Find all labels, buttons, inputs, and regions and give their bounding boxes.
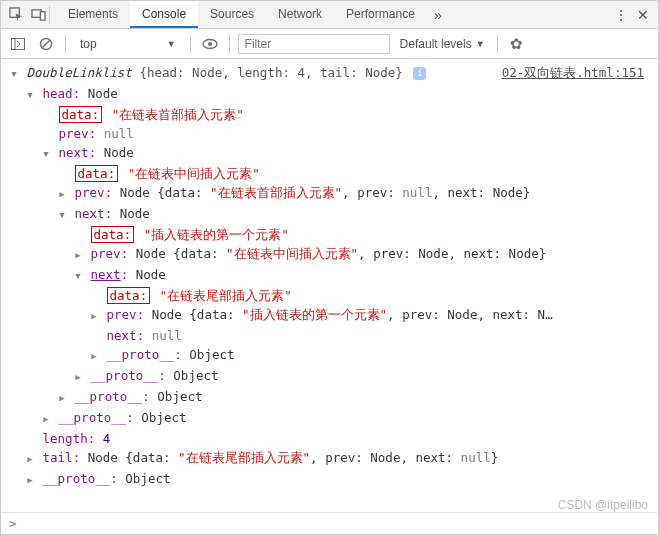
clear-console-icon[interactable] [35,34,57,54]
prop-value: Object [157,389,202,404]
separator [229,35,230,53]
prop-value: null [104,126,134,141]
prop-key-data: data: [59,106,103,123]
context-selector[interactable]: top ▼ [74,35,182,53]
prop-key: __proto__ [59,410,127,425]
tab-elements[interactable]: Elements [56,1,130,28]
settings-icon[interactable]: ✿ [506,34,528,54]
chevron-down-icon: ▼ [476,39,485,49]
prop-value: Object [189,347,234,362]
live-expression-icon[interactable] [199,34,221,54]
prop-key: head [43,86,73,101]
prop-key: next [75,206,105,221]
tabs-overflow-icon[interactable]: » [427,4,449,26]
prop-value: null [152,328,182,343]
svg-point-8 [208,42,212,46]
expand-toggle[interactable] [57,183,67,204]
devtools-tabbar: Elements Console Sources Network Perform… [1,1,658,29]
more-icon[interactable]: ⋮ [610,4,632,26]
expand-toggle[interactable] [57,387,67,408]
info-badge-icon[interactable]: i [413,67,426,80]
console-output: 02-双向链表.html:151 DoubleLinklist {head: N… [1,59,658,512]
expand-toggle[interactable] [25,469,35,490]
prop-value: Node [88,86,118,101]
prop-key: __proto__ [91,368,159,383]
separator [497,35,498,53]
prop-key: length [43,431,88,446]
expand-toggle[interactable] [25,448,35,469]
prop-value: Object [141,410,186,425]
prop-key: __proto__ [107,347,175,362]
expand-toggle[interactable] [89,345,99,366]
separator [190,35,191,53]
prop-value: Node [120,206,150,221]
expand-toggle[interactable] [57,204,67,225]
tabs: Elements Console Sources Network Perform… [56,1,427,28]
svg-line-6 [42,40,50,48]
chevron-down-icon: ▼ [167,39,176,49]
svg-rect-2 [40,12,45,20]
context-label: top [80,37,97,51]
log-levels-selector[interactable]: Default levels ▼ [396,37,489,51]
prop-key: __proto__ [75,389,143,404]
prompt-caret-icon: > [9,517,16,531]
prop-value: Object [125,471,170,486]
prop-value: Node {data: "在链表中间插入元素", prev: Node, nex… [136,246,547,261]
separator [65,35,66,53]
levels-label: Default levels [400,37,472,51]
prop-key: next [59,145,89,160]
filter-input[interactable] [238,34,390,54]
expand-toggle[interactable] [73,244,83,265]
class-name: DoubleLinklist [27,65,132,80]
prop-key: prev [59,126,89,141]
expand-toggle[interactable] [73,366,83,387]
prop-value: "在链表尾部插入元素" [160,288,292,303]
prop-key: prev [75,185,105,200]
prop-value: "在链表首部插入元素" [112,107,244,122]
expand-toggle[interactable] [89,305,99,326]
prop-key-data: data: [107,287,151,304]
tab-performance[interactable]: Performance [334,1,427,28]
prop-key: next [91,267,121,282]
prop-key: prev [107,307,137,322]
expand-toggle[interactable] [25,84,35,105]
tab-console[interactable]: Console [130,1,198,28]
source-link[interactable]: 02-双向链表.html:151 [502,63,644,82]
inspect-icon[interactable] [5,4,27,26]
prop-key: __proto__ [43,471,111,486]
expand-toggle[interactable] [9,63,19,84]
svg-rect-3 [12,38,25,49]
prop-value: Object [173,368,218,383]
tab-network[interactable]: Network [266,1,334,28]
prop-key: next [107,328,137,343]
object-summary: {head: Node, length: 4, tail: Node} [139,65,402,80]
prop-value: Node [136,267,166,282]
prop-key-data: data: [75,165,119,182]
prop-value: "在链表中间插入元素" [128,166,260,181]
expand-toggle[interactable] [41,408,51,429]
close-icon[interactable]: ✕ [632,4,654,26]
device-toggle-icon[interactable] [27,4,49,26]
prop-key-data: data: [91,226,135,243]
expand-toggle[interactable] [41,143,51,164]
prop-value: Node {data: "插入链表的第一个元素", prev: Node, ne… [152,307,553,322]
tab-sources[interactable]: Sources [198,1,266,28]
expand-toggle[interactable] [73,265,83,286]
prop-value: Node [104,145,134,160]
console-toolbar: top ▼ Default levels ▼ ✿ [1,29,658,59]
prop-value: 4 [103,431,111,446]
console-prompt[interactable]: > [1,512,658,534]
prop-value: Node {data: "在链表首部插入元素", prev: null, nex… [120,185,531,200]
prop-value: Node {data: "在链表尾部插入元素", prev: Node, nex… [88,450,499,465]
prop-value: "插入链表的第一个元素" [144,227,289,242]
prop-key: tail [43,450,73,465]
console-sidebar-toggle-icon[interactable] [7,34,29,54]
prop-key: prev [91,246,121,261]
